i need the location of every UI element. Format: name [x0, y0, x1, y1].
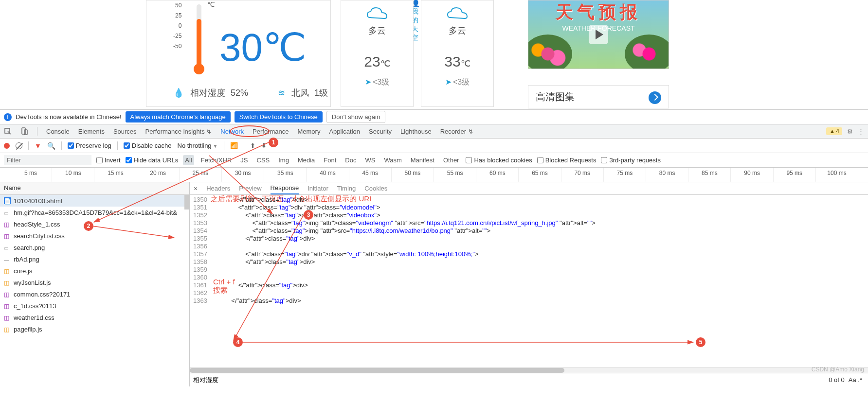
disable-cache-checkbox[interactable]: Disable cache: [124, 142, 172, 149]
device-toggle-icon[interactable]: [20, 127, 28, 135]
filter-font[interactable]: Font: [322, 155, 338, 165]
humidity-value: 52%: [231, 88, 248, 98]
list-item[interactable]: hm.gif?hca=865353DCA15D7B79&cc=1&ck=1&cl…: [0, 207, 189, 218]
search-input[interactable]: [192, 375, 829, 385]
gallery-title: 高清图集: [536, 91, 575, 102]
filter-img[interactable]: Img: [276, 155, 291, 165]
chevron-right-icon[interactable]: [649, 91, 661, 104]
response-search-bar: 0 of 0 Aa .*: [190, 373, 868, 386]
image-icon: [4, 209, 11, 216]
list-item[interactable]: 101040100.shtml: [0, 195, 189, 207]
list-item[interactable]: rbAd.png: [0, 253, 189, 265]
gallery-card[interactable]: 高清图集: [528, 85, 669, 108]
js-icon: [4, 326, 11, 332]
tab-perf-insights[interactable]: Performance insights ↯: [145, 125, 212, 138]
list-item[interactable]: headStyle_1.css: [0, 218, 189, 230]
tab-sources[interactable]: Sources: [113, 125, 137, 138]
filter-all[interactable]: All: [183, 155, 194, 165]
dont-show-button[interactable]: Don't show again: [326, 111, 385, 123]
list-item[interactable]: c_1d.css?0113: [0, 300, 189, 312]
filter-fetch[interactable]: Fetch/XHR: [199, 155, 234, 165]
filter-ws[interactable]: WS: [363, 155, 377, 165]
scrollbar-thumb[interactable]: [184, 195, 189, 210]
filter-manifest[interactable]: Manifest: [409, 155, 436, 165]
list-item[interactable]: core.js: [0, 265, 189, 277]
hide-data-urls-checkbox[interactable]: Hide data URLs: [126, 157, 179, 164]
tab-console[interactable]: Console: [46, 125, 70, 138]
invert-checkbox[interactable]: Invert: [96, 157, 121, 164]
record-icon[interactable]: [4, 143, 10, 149]
drop-icon: 💧: [173, 88, 184, 98]
devtools-language-bar: i DevTools is now available in Chinese! …: [0, 109, 868, 124]
tab-application[interactable]: Application: [329, 125, 360, 138]
list-item[interactable]: pagefilp.js: [0, 323, 189, 335]
third-party-checkbox[interactable]: 3rd-party requests: [601, 157, 661, 164]
annotation-badge-4: 4: [233, 337, 243, 347]
network-timeline[interactable]: 5 ms 10 ms 15 ms 20 ms 25 ms 30 ms 35 ms…: [0, 168, 868, 182]
filter-input[interactable]: [4, 155, 91, 165]
filter-media[interactable]: Media: [296, 155, 317, 165]
filter-js[interactable]: JS: [238, 155, 250, 165]
ctrl-f-note: Ctrl + f搜索: [213, 278, 235, 295]
wind-icon: ≋: [278, 88, 285, 98]
tab-initiator[interactable]: Initiator: [307, 183, 328, 194]
tab-memory[interactable]: Memory: [297, 125, 320, 138]
list-item[interactable]: weather1d.css: [0, 312, 189, 323]
upload-icon[interactable]: ⬆: [250, 142, 255, 149]
search-options[interactable]: Aa .*: [849, 376, 862, 384]
tab-preview[interactable]: Preview: [239, 183, 261, 194]
gear-icon[interactable]: ⚙: [847, 128, 853, 135]
response-code-area[interactable]: 1350135113521353135413551356135713581359…: [190, 195, 868, 367]
tab-timing[interactable]: Timing: [337, 183, 356, 194]
document-icon: [4, 197, 11, 204]
watermark: CSDN @Amo Xiang: [812, 366, 864, 373]
tab-lighthouse[interactable]: Lighthouse: [400, 125, 432, 138]
line-numbers: 1350135113521353135413551356135713581359…: [190, 195, 210, 367]
more-icon[interactable]: ⋮: [858, 128, 864, 135]
filter-css[interactable]: CSS: [255, 155, 272, 165]
tab-elements[interactable]: Elements: [78, 125, 105, 138]
video-card[interactable]: 天气预报 WEATHER FORECAST: [528, 0, 669, 69]
throttling-select[interactable]: No throttling▼: [178, 142, 218, 149]
list-item[interactable]: search.png: [0, 242, 189, 253]
info-icon: i: [4, 113, 12, 121]
preserve-log-checkbox[interactable]: Preserve log: [68, 142, 111, 149]
switch-devtools-button[interactable]: Switch DevTools to Chinese: [235, 111, 323, 122]
play-icon[interactable]: [589, 25, 608, 44]
tab-cookies[interactable]: Cookies: [364, 183, 387, 194]
filter-doc[interactable]: Doc: [343, 155, 358, 165]
inspect-icon[interactable]: [4, 127, 12, 135]
weather-main-card: 👤我的天空 50250-25-50 ℃ 30℃ 💧 相对湿度 52% ≋ 北风 …: [146, 0, 331, 107]
css-icon: [4, 291, 11, 297]
annotation-badge-5: 5: [696, 337, 705, 347]
tab-headers[interactable]: Headers: [206, 183, 230, 194]
list-item[interactable]: wyJsonList.js: [0, 277, 189, 288]
forecast-condition: 多云: [341, 25, 413, 36]
blocked-requests-checkbox[interactable]: Blocked Requests: [537, 157, 597, 164]
wifi-icon[interactable]: 📶: [230, 142, 238, 149]
css-icon: [4, 232, 11, 239]
filter-icon[interactable]: ▼: [35, 142, 41, 150]
horizontal-scrollbar[interactable]: [190, 367, 868, 373]
name-column-header[interactable]: Name: [0, 182, 189, 195]
filter-other[interactable]: Other: [441, 155, 461, 165]
filter-wasm[interactable]: Wasm: [382, 155, 403, 165]
list-item[interactable]: searchCityList.css: [0, 230, 189, 242]
file-list: 101040100.shtml hm.gif?hca=865353DCA15D7…: [0, 195, 189, 335]
blocked-cookies-checkbox[interactable]: Has blocked cookies: [466, 157, 532, 164]
tab-recorder[interactable]: Recorder ↯: [440, 125, 473, 138]
image-icon: [4, 244, 11, 251]
list-item[interactable]: common.css?20171: [0, 288, 189, 300]
warnings-badge[interactable]: ▲ 4: [826, 127, 842, 135]
request-list-panel: Name 101040100.shtml hm.gif?hca=865353DC…: [0, 182, 190, 386]
tab-response[interactable]: Response: [271, 182, 299, 194]
tab-security[interactable]: Security: [369, 125, 392, 138]
download-icon[interactable]: ⬇: [261, 142, 267, 149]
clear-icon[interactable]: [16, 142, 22, 149]
js-icon: [4, 267, 11, 274]
close-icon[interactable]: ×: [194, 185, 198, 192]
search-icon[interactable]: 🔍: [47, 142, 55, 150]
css-icon: [4, 221, 11, 227]
always-match-button[interactable]: Always match Chrome's language: [126, 111, 231, 122]
cloud-icon: [362, 3, 392, 22]
